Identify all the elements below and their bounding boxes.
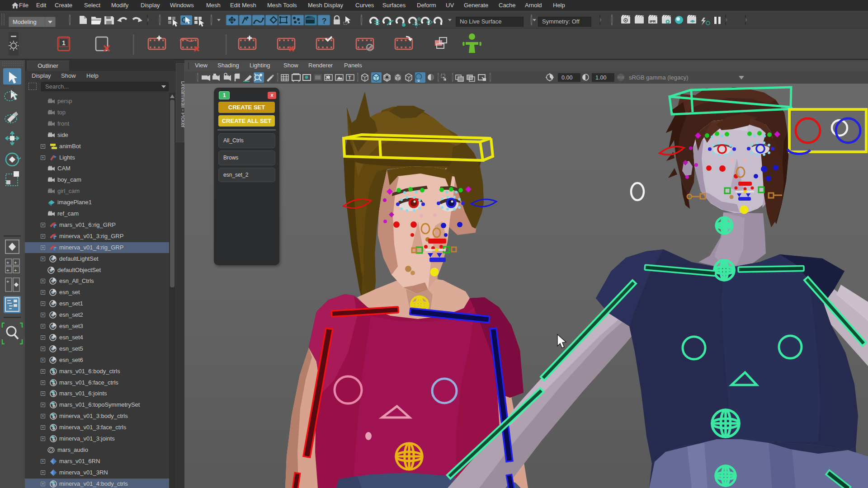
svg-text:0.00: 0.00	[561, 75, 572, 81]
svg-text:+: +	[6, 279, 9, 284]
svg-text:+: +	[6, 260, 9, 265]
svg-text:IPR: IPR	[650, 19, 656, 23]
svg-text:sRGB gamma (legacy): sRGB gamma (legacy)	[629, 74, 688, 81]
svg-text:+: +	[14, 260, 17, 265]
svg-text:1.00: 1.00	[595, 75, 606, 81]
svg-text:1: 1	[62, 39, 66, 47]
svg-text:RGB: RGB	[618, 76, 625, 79]
svg-text:?: ?	[322, 17, 326, 25]
svg-text:T: T	[348, 75, 351, 80]
svg-text:+: +	[14, 267, 17, 273]
svg-text:+: +	[6, 267, 9, 273]
